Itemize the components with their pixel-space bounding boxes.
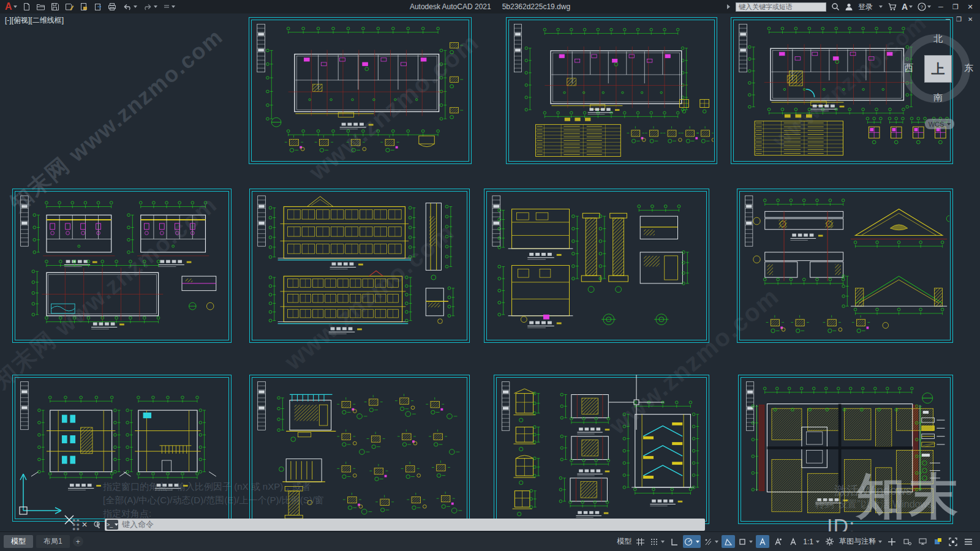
svg-text:?: ? <box>921 4 924 10</box>
signin-caret-icon[interactable] <box>879 6 883 8</box>
autodesk-a-icon: A <box>902 2 908 12</box>
workspace-switcher[interactable]: 草图与注释 <box>838 535 883 548</box>
annotation-scale-value[interactable]: 1:1 <box>802 535 821 548</box>
crosshair-plus-button[interactable] <box>885 535 899 548</box>
help-button[interactable]: ? <box>918 2 931 11</box>
signin-button[interactable]: 登录 <box>858 2 873 12</box>
viewcube-west[interactable]: 西 <box>904 62 913 74</box>
autocad-window: A Autodesk AutoCAD 2021 5b2362d225c19.dw… <box>0 0 980 551</box>
drawing-canvas[interactable]: [-][俯视][二维线框] ─ ❐ ✕ 知末网 www.znzmo.com ww… <box>0 13 980 531</box>
wcs-menu[interactable]: WCS <box>925 119 954 129</box>
isolate-objects-button[interactable] <box>900 535 914 548</box>
viewport-controls[interactable]: [-][俯视][二维线框] <box>5 15 64 26</box>
quick-access-toolbar: A <box>0 2 175 12</box>
layout-tabs: 模型 布局1 + <box>0 535 83 548</box>
help-icon: ? <box>918 2 926 11</box>
sheet-site-plan <box>738 375 953 524</box>
app-title: Autodesk AutoCAD 2021 <box>410 2 491 11</box>
sheet-windows-stairs <box>494 375 709 524</box>
open-folder-button[interactable] <box>36 2 45 11</box>
command-dock: ●●●●●● ✕ >_ 键入命令 <box>72 518 705 531</box>
sheet-construction-details <box>249 375 470 523</box>
annotation-scale-icon[interactable] <box>786 535 800 548</box>
autocad-logo-button[interactable]: A <box>5 2 17 12</box>
app-store-cart-icon[interactable] <box>888 2 897 11</box>
object-snap-tracking-toggle[interactable] <box>722 535 735 548</box>
command-close-icon[interactable]: ✕ <box>81 520 88 529</box>
print-button[interactable] <box>108 2 117 11</box>
annotation-autoscale-toggle[interactable] <box>771 535 785 548</box>
new-file-button[interactable] <box>23 2 31 11</box>
command-drag-handle[interactable]: ●●●●●● <box>72 519 77 531</box>
redo-button[interactable] <box>143 3 157 11</box>
model-space-indicator[interactable]: 模型 <box>617 536 631 547</box>
command-input[interactable]: >_ 键入命令 <box>105 519 705 531</box>
hardware-acceleration-button[interactable] <box>916 535 929 548</box>
doc-restore-button[interactable]: ❐ <box>956 16 962 23</box>
viewcube-north[interactable]: 北 <box>933 33 943 45</box>
object-snap-toggle[interactable] <box>737 535 754 548</box>
restore-button[interactable]: ❐ <box>951 3 960 11</box>
add-layout-button[interactable]: + <box>73 536 83 547</box>
undo-button[interactable] <box>123 3 137 11</box>
plot-button[interactable] <box>80 2 88 11</box>
command-placeholder: 键入命令 <box>122 519 154 530</box>
viewcube-south[interactable]: 南 <box>933 92 943 103</box>
settings-gear-button[interactable] <box>823 535 836 548</box>
search-input[interactable] <box>736 2 826 12</box>
qat-customize-button[interactable] <box>163 4 175 10</box>
document-title: 5b2362d225c19.dwg <box>502 2 570 11</box>
share-button[interactable] <box>94 2 102 11</box>
graphics-performance-button[interactable] <box>931 535 944 548</box>
title-bar: A Autodesk AutoCAD 2021 5b2362d225c19.dw… <box>0 0 980 13</box>
viewcube: 北 南 西 东 上 WCS <box>898 29 979 135</box>
doc-close-button[interactable]: ✕ <box>968 16 973 23</box>
sheet-wing-sections-columns <box>484 189 709 343</box>
grid-toggle[interactable] <box>633 535 647 548</box>
doc-minimize-button[interactable]: ─ <box>946 16 950 23</box>
command-prompt-icon[interactable]: >_ <box>107 520 118 530</box>
annotation-visibility-toggle[interactable] <box>756 535 769 548</box>
tab-model[interactable]: 模型 <box>4 535 33 548</box>
viewcube-top-face[interactable]: 上 <box>924 55 952 83</box>
save-button[interactable] <box>51 2 59 11</box>
sheet-elevations <box>249 189 470 343</box>
sheet-washrooms-roof-plan <box>12 189 232 343</box>
save-as-button[interactable] <box>65 2 74 11</box>
polar-tracking-toggle[interactable] <box>683 535 701 548</box>
sheet-gate-details <box>737 189 953 343</box>
tab-layout1[interactable]: 布局1 <box>36 535 70 548</box>
sheet-building-sections <box>12 375 232 522</box>
sheet-floor-plan-2 <box>506 17 717 164</box>
autodesk-account-button[interactable]: A <box>902 2 913 12</box>
ortho-toggle[interactable] <box>668 535 681 548</box>
search-expand-icon[interactable] <box>726 4 731 10</box>
viewcube-east[interactable]: 东 <box>964 62 973 74</box>
isodraft-toggle[interactable] <box>703 535 720 548</box>
status-bar: 模型 布局1 + 模型 1:1 草图与注释 <box>0 531 980 551</box>
close-button[interactable]: ✕ <box>965 3 975 11</box>
minimize-button[interactable]: ─ <box>936 3 946 10</box>
clean-screen-button[interactable] <box>946 535 960 548</box>
autocad-logo-icon: A <box>5 2 12 12</box>
document-window-buttons: ─ ❐ ✕ <box>946 16 973 23</box>
sheet-floor-plan-1 <box>249 17 472 164</box>
search-icon[interactable] <box>831 2 840 11</box>
snap-toggle[interactable] <box>649 535 666 548</box>
user-icon[interactable] <box>845 2 853 11</box>
command-wrench-icon[interactable] <box>92 520 100 529</box>
customization-menu-button[interactable] <box>962 535 975 548</box>
